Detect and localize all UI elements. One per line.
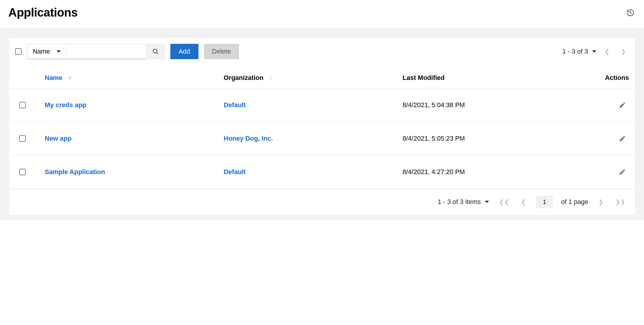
column-header-organization[interactable]: Organization ↕ — [224, 74, 403, 82]
of-pages-label: of 1 page — [561, 198, 588, 206]
last-modified-cell: 8/4/2021, 5:05:23 PM — [403, 135, 581, 142]
select-all-checkbox[interactable] — [15, 48, 22, 55]
table-row: My creds app Default 8/4/2021, 5:04:38 P… — [9, 89, 635, 122]
column-header-last-modified-label: Last Modified — [403, 74, 445, 81]
row-checkbox[interactable] — [19, 102, 26, 108]
delete-button[interactable]: Delete — [204, 44, 239, 59]
page-header: Applications — [0, 0, 644, 28]
row-checkbox[interactable] — [19, 135, 26, 142]
filter-field-select[interactable]: Name — [27, 44, 66, 59]
double-chevron-left-icon: ❮❮ — [499, 198, 509, 205]
chevron-down-icon — [57, 50, 61, 53]
application-name-link[interactable]: My creds app — [45, 101, 86, 109]
prev-page-button[interactable]: ❮ — [519, 197, 528, 207]
history-icon — [626, 9, 635, 17]
chevron-down-icon — [485, 201, 489, 203]
items-range-text: 1 - 3 of 3 items — [438, 198, 481, 206]
chevron-down-icon — [592, 50, 596, 53]
column-header-last-modified[interactable]: Last Modified — [403, 74, 581, 82]
pencil-icon — [619, 102, 626, 109]
last-modified-cell: 8/4/2021, 4:27:20 PM — [403, 168, 581, 176]
page: Applications Name — [0, 0, 644, 220]
toolbar: Name Add Delete — [9, 38, 635, 65]
organization-link[interactable]: Default — [224, 101, 246, 109]
next-page-button[interactable]: ❯ — [618, 46, 629, 57]
add-button[interactable]: Add — [170, 44, 198, 59]
table-row: New app Honey Dog, Inc. 8/4/2021, 5:05:2… — [9, 122, 635, 155]
pencil-icon — [619, 135, 626, 142]
page-range-text: 1 - 3 of 3 — [562, 48, 588, 55]
footer-pager: 1 - 3 of 3 items ❮❮ ❮ of 1 page ❯ ❯❯ — [9, 189, 635, 215]
page-title: Applications — [8, 6, 78, 19]
row-checkbox[interactable] — [19, 169, 26, 175]
next-page-button[interactable]: ❯ — [597, 197, 605, 207]
chevron-right-icon: ❯ — [621, 48, 626, 55]
column-header-name[interactable]: Name ↑ — [45, 74, 224, 82]
page-number-input[interactable] — [536, 196, 553, 208]
column-header-actions: Actions — [581, 74, 629, 82]
table-header: Name ↑ Organization ↕ Last Modified Acti… — [9, 65, 635, 89]
filter-field-label: Name — [33, 48, 50, 55]
search-icon — [152, 48, 159, 55]
chevron-left-icon: ❮ — [605, 48, 610, 55]
first-page-button[interactable]: ❮❮ — [497, 197, 511, 207]
filter-group: Name — [27, 44, 165, 59]
edit-button[interactable] — [618, 167, 627, 177]
pencil-icon — [619, 168, 626, 176]
last-page-button[interactable]: ❯❯ — [613, 197, 627, 207]
column-header-organization-label: Organization — [224, 74, 263, 82]
column-header-name-label: Name — [45, 74, 63, 82]
chevron-left-icon: ❮ — [521, 198, 526, 205]
items-per-page-select[interactable]: 1 - 3 of 3 items — [438, 198, 489, 206]
sort-none-icon: ↕ — [269, 75, 272, 81]
sort-ascending-icon: ↑ — [68, 75, 71, 81]
organization-link[interactable]: Default — [224, 168, 246, 176]
search-button[interactable] — [146, 44, 165, 59]
chevron-right-icon: ❯ — [598, 198, 603, 205]
double-chevron-right-icon: ❯❯ — [615, 198, 625, 205]
filter-input[interactable] — [66, 44, 146, 59]
applications-panel: Name Add Delete — [8, 38, 636, 215]
page-range-select[interactable]: 1 - 3 of 3 — [562, 48, 596, 55]
organization-link[interactable]: Honey Dog, Inc. — [224, 135, 273, 142]
table-row: Sample Application Default 8/4/2021, 4:2… — [9, 155, 635, 189]
application-name-link[interactable]: Sample Application — [45, 168, 105, 176]
top-pager: 1 - 3 of 3 ❮ ❯ — [562, 46, 629, 57]
content-area: Name Add Delete — [0, 28, 644, 220]
edit-button[interactable] — [618, 134, 627, 143]
application-name-link[interactable]: New app — [45, 135, 71, 142]
column-header-actions-label: Actions — [605, 74, 629, 81]
last-modified-cell: 8/4/2021, 5:04:38 PM — [403, 101, 581, 109]
svg-line-1 — [156, 52, 158, 54]
history-button[interactable] — [625, 7, 636, 18]
prev-page-button[interactable]: ❮ — [602, 46, 613, 57]
edit-button[interactable] — [618, 100, 627, 110]
